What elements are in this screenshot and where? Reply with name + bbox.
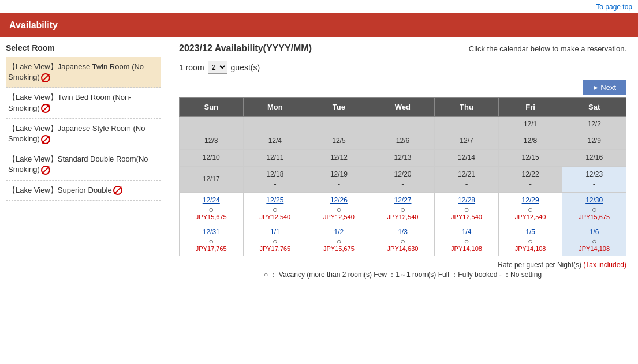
calendar-body: 12/112/212/312/412/512/612/712/812/912/1… [180, 117, 626, 256]
cell-date: 12/6 [374, 137, 432, 145]
sidebar-title: Select Room [6, 43, 161, 52]
cell-price: JPY14,108 [437, 245, 496, 252]
calendar-cell-r5c4[interactable]: 1/4○JPY14,108 [435, 224, 499, 256]
no-smoking-icon [41, 135, 50, 144]
room-selector: 1 room 2 1 3 guest(s) [179, 61, 626, 74]
cell-date: 12/11 [246, 153, 305, 162]
calendar-cell-r1c1: 12/4 [243, 133, 307, 150]
cell-dash: - [501, 179, 560, 189]
col-header-fri: Fri [498, 98, 562, 117]
cell-date: 12/20 [374, 170, 432, 178]
cell-date: 1/6 [565, 228, 624, 236]
calendar-cell-r0c1 [243, 117, 307, 133]
calendar-cell-r2c2: 12/12 [307, 150, 371, 167]
calendar-cell-r2c3: 12/13 [371, 150, 435, 167]
cell-date: 12/7 [437, 137, 496, 145]
cell-dash: - [437, 179, 496, 189]
calendar-cell-r3c3: 12/20- [371, 167, 435, 193]
top-link-bar: To page top [0, 0, 638, 13]
cell-circle: ○ [246, 237, 305, 245]
cell-dash: - [309, 179, 368, 189]
no-smoking-icon [41, 104, 50, 113]
cell-date: 1/1 [246, 228, 305, 236]
no-smoking-icon [41, 73, 50, 82]
next-button[interactable]: Next [583, 80, 626, 95]
calendar-cell-r5c3[interactable]: 1/3○JPY14,630 [371, 224, 435, 256]
cell-date: 12/14 [437, 153, 496, 162]
sidebar-item-3[interactable]: 【Lake View】Japanese Style Room (No Smoki… [6, 119, 161, 149]
cell-date: 1/5 [501, 228, 560, 236]
calendar-head: SunMonTueWedThuFriSat [180, 98, 626, 117]
calendar-cell-r1c4: 12/7 [435, 133, 499, 150]
cell-dash: - [565, 179, 624, 189]
cell-circle: ○ [374, 205, 432, 213]
calendar-cell-r3c2: 12/19- [307, 167, 371, 193]
calendar-cell-r5c6[interactable]: 1/6○JPY14,108 [562, 224, 626, 256]
content-header: 2023/12 Availability(YYYY/MM) Click the … [179, 43, 626, 54]
cell-date: 1/3 [374, 228, 432, 236]
sidebar-item-2[interactable]: 【Lake View】Twin Bed Room (Non-Smoking) [6, 88, 161, 118]
cell-date: 12/28 [437, 196, 496, 204]
cell-date: 12/29 [501, 196, 560, 204]
cell-circle: ○ [309, 237, 368, 245]
cell-price: JPY15,675 [182, 213, 241, 220]
guest-select[interactable]: 2 1 3 [208, 61, 227, 74]
cell-price: JPY15,675 [309, 245, 368, 252]
cell-date: 12/31 [182, 228, 241, 236]
calendar-table: SunMonTueWedThuFriSat 12/112/212/312/412… [179, 97, 626, 256]
header-bar: Availability [0, 13, 638, 37]
calendar-cell-r4c5[interactable]: 12/29○JPY12,540 [498, 193, 562, 224]
sidebar: Select Room 【Lake View】Japanese Twin Roo… [0, 43, 167, 280]
sidebar-item-1[interactable]: 【Lake View】Japanese Twin Room (No Smokin… [6, 57, 161, 88]
cell-price: JPY17,765 [182, 245, 241, 252]
cell-circle: ○ [182, 237, 241, 245]
cell-date: 12/22 [501, 170, 560, 178]
calendar-cell-r2c1: 12/11 [243, 150, 307, 167]
cell-price: JPY12,540 [246, 213, 305, 220]
sidebar-item-5[interactable]: 【Lake View】Superior Double [6, 181, 161, 201]
calendar-cell-r0c3 [371, 117, 435, 133]
calendar-cell-r2c0: 12/10 [180, 150, 244, 167]
cell-circle: ○ [246, 205, 305, 213]
cell-date: 12/25 [246, 196, 305, 204]
cell-date: 12/16 [565, 153, 624, 162]
cell-date: 12/12 [309, 153, 368, 162]
calendar-cell-r5c1[interactable]: 1/1○JPY17,765 [243, 224, 307, 256]
cell-date: 12/24 [182, 196, 241, 204]
sidebar-item-4[interactable]: 【Lake View】Standard Double Room(No Smoki… [6, 149, 161, 180]
calendar-cell-r4c2[interactable]: 12/26○JPY12,540 [307, 193, 371, 224]
cell-circle: ○ [437, 237, 496, 245]
col-header-tue: Tue [307, 98, 371, 117]
cell-price: JPY12,540 [437, 213, 496, 220]
cell-date: 12/2 [565, 120, 624, 128]
calendar-cell-r4c4[interactable]: 12/28○JPY12,540 [435, 193, 499, 224]
calendar-cell-r4c1[interactable]: 12/25○JPY12,540 [243, 193, 307, 224]
calendar-cell-r2c6: 12/16 [562, 150, 626, 167]
sidebar-items: 【Lake View】Japanese Twin Room (No Smokin… [6, 57, 161, 201]
cell-date: 12/19 [309, 170, 368, 178]
cell-price: JPY12,540 [309, 213, 368, 220]
header-title: Availability [9, 20, 58, 30]
calendar-cell-r1c3: 12/6 [371, 133, 435, 150]
calendar-cell-r3c4: 12/21- [435, 167, 499, 193]
calendar-cell-r5c5[interactable]: 1/5○JPY14,108 [498, 224, 562, 256]
legend-text: ○ ： Vacancy (more than 2 room(s) Few ：1～… [179, 270, 626, 280]
calendar-cell-r4c0[interactable]: 12/24○JPY15,675 [180, 193, 244, 224]
calendar-cell-r1c2: 12/5 [307, 133, 371, 150]
cell-price: JPY17,765 [246, 245, 305, 252]
cell-circle: ○ [437, 205, 496, 213]
cell-date: 12/10 [182, 153, 241, 162]
calendar-cell-r0c2 [307, 117, 371, 133]
cell-circle: ○ [565, 205, 624, 213]
calendar-cell-r4c6[interactable]: 12/30○JPY15,675 [562, 193, 626, 224]
to-page-top-link[interactable]: To page top [596, 3, 632, 11]
calendar-cell-r4c3[interactable]: 12/27○JPY12,540 [371, 193, 435, 224]
col-header-sun: Sun [180, 98, 244, 117]
cell-date: 12/18 [246, 170, 305, 178]
cell-price: JPY14,630 [374, 245, 432, 252]
cell-price: JPY12,540 [374, 213, 432, 220]
calendar-cell-r5c0[interactable]: 12/31○JPY17,765 [180, 224, 244, 256]
cell-price: JPY12,540 [501, 213, 560, 220]
calendar-cell-r5c2[interactable]: 1/2○JPY15,675 [307, 224, 371, 256]
content-area: 2023/12 Availability(YYYY/MM) Click the … [167, 43, 638, 280]
